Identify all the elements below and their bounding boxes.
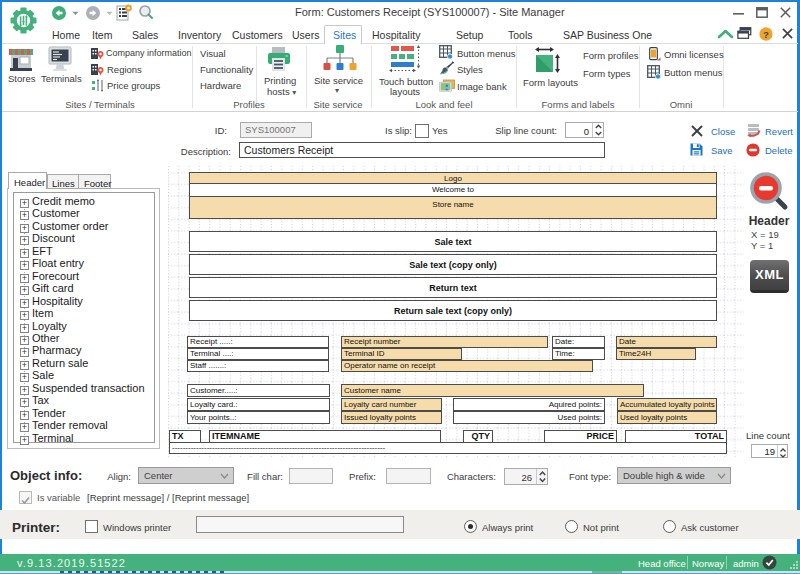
svg-text:?: ? bbox=[763, 29, 769, 40]
